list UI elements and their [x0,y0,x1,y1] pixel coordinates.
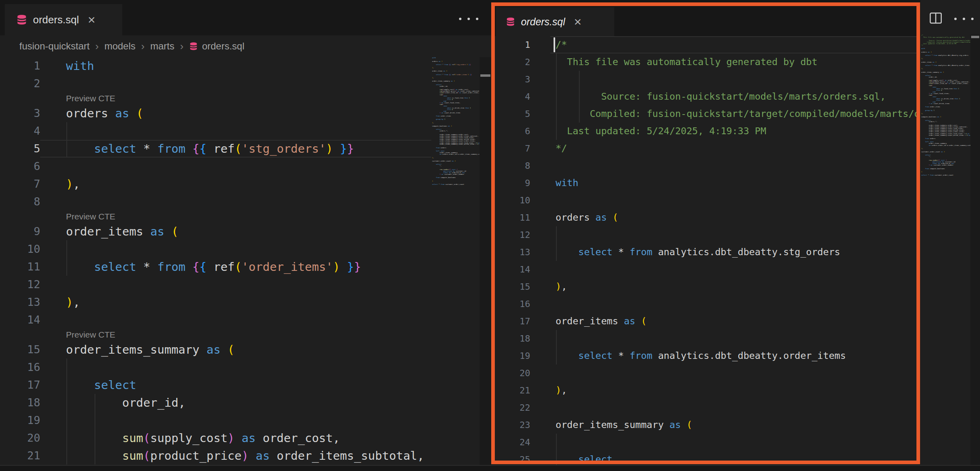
indent-guide [556,330,557,347]
breadcrumb-item-marts[interactable]: marts [150,41,174,52]
code-line[interactable]: select * from {{ ref('order_items') }} [66,258,361,276]
left-overview-ruler[interactable] [480,57,491,465]
line-number: 3 [495,71,530,88]
codelens-preview-cte[interactable]: Preview CTE [66,211,115,223]
line-number: 17 [0,376,40,394]
line-number: 10 [0,240,40,258]
line-number: 12 [0,276,40,293]
code-line[interactable]: select [66,376,136,394]
code-line[interactable]: select * from {{ ref('stg_orders') }} [66,140,354,158]
line-number: 22 [495,399,530,416]
line-number: 21 [0,447,40,465]
line-number: 12 [495,226,530,244]
code-line[interactable]: order_items_summary as ( [556,416,692,434]
line-number: 9 [0,223,40,240]
line-number: 4 [0,122,40,140]
overview-cursor-marker [971,36,979,38]
code-line[interactable]: ), [66,175,80,193]
code-line[interactable]: with [556,174,579,192]
breadcrumb-item-file[interactable]: orders.sql [202,41,244,52]
code-line[interactable]: orders as ( [66,104,143,122]
line-number: 1 [0,57,40,75]
line-number: 16 [495,295,530,313]
line-number: 18 [495,330,530,347]
code-line[interactable]: select [556,451,612,465]
code-line[interactable]: Last updated: 5/24/2025, 4:19:33 PM [556,123,766,140]
line-number: 19 [495,347,530,365]
left-minimap[interactable]: withorders as ( select * from {{ ref('st… [432,57,480,465]
line-number: 8 [495,157,530,174]
line-number: 18 [0,394,40,412]
code-line[interactable]: Compiled: fusion-quickstart/target/compi… [556,105,919,123]
code-line[interactable]: ), [556,382,567,399]
line-number: 13 [495,244,530,261]
line-number: 10 [495,192,530,209]
line-number: 13 [0,293,40,311]
code-line[interactable]: Source: fusion-quickstart/models/marts/o… [556,88,886,105]
tab-orders-sql-left[interactable]: orders.sql × [5,4,122,35]
line-number: 6 [495,123,530,140]
code-line[interactable]: with [66,57,94,75]
breadcrumb-item-models[interactable]: models [104,41,135,52]
line-number: 20 [0,429,40,447]
code-line[interactable]: order_items as ( [556,313,646,330]
close-icon[interactable]: × [88,13,95,26]
current-line-highlight [550,36,919,53]
right-minimap[interactable]: /* This file was automatically generated… [921,35,970,465]
tab-orders-sql-right[interactable]: orders.sql × [496,7,614,36]
code-line[interactable]: orders as ( [556,209,618,226]
code-line[interactable]: /* [556,36,567,53]
indent-guide [66,358,67,376]
bottom-strip [0,465,980,471]
database-icon [16,14,27,25]
line-number: 25 [495,451,530,465]
code-line[interactable]: select * from analytics.dbt_dbeatty.stg_… [556,244,840,261]
code-line[interactable]: select * from analytics.dbt_dbeatty.orde… [556,347,846,365]
line-number: 2 [495,53,530,71]
line-number: 5 [0,140,40,158]
code-line[interactable]: order_id, [66,394,185,412]
breadcrumb-item-project[interactable]: fusion-quickstart [19,41,90,52]
code-line[interactable]: */ [556,140,567,157]
code-line[interactable]: order_items_summary as ( [66,341,235,358]
text-cursor [554,37,555,52]
code-line[interactable]: sum(supply_cost) as order_cost, [66,429,340,447]
line-number: 3 [0,104,40,122]
split-editor-icon[interactable] [929,12,942,26]
line-number: 15 [0,341,40,358]
line-number: 19 [0,412,40,429]
line-number: 7 [495,140,530,157]
indent-guide [556,434,557,451]
indent-guide [579,71,580,88]
minimap-content: withorders as ( select * from {{ ref('st… [432,57,446,185]
breadcrumb: fusion-quickstart › models › marts › ord… [19,35,245,57]
chevron-right-icon: › [141,40,145,53]
left-editor[interactable]: 1with23orders as (45 select * from {{ re… [0,57,431,465]
tab-label: orders.sql [521,16,565,28]
code-line[interactable]: This file was automatically generated by… [556,53,817,71]
chevron-right-icon: › [180,40,183,53]
line-number: 7 [0,175,40,193]
line-number: 24 [495,434,530,451]
right-editor[interactable]: 1/*2 This file was automatically generat… [495,36,919,465]
line-number: 4 [495,88,530,105]
line-number: 9 [495,174,530,192]
line-number: 21 [495,382,530,399]
more-actions-icon[interactable] [459,18,478,20]
code-line[interactable]: ), [556,278,567,295]
more-actions-icon[interactable] [954,18,974,20]
close-icon[interactable]: × [574,15,582,28]
line-number: 23 [495,416,530,434]
indent-guide [66,122,67,140]
code-line[interactable]: sum(product_price) as order_items_subtot… [66,447,424,465]
database-icon [189,42,198,51]
right-overview-ruler[interactable] [970,35,980,465]
indent-guide [95,412,95,429]
indent-guide [66,412,67,429]
line-number: 11 [495,209,530,226]
code-line[interactable]: ), [66,293,80,311]
line-number: 2 [0,75,40,92]
codelens-preview-cte[interactable]: Preview CTE [66,329,115,341]
codelens-preview-cte[interactable]: Preview CTE [66,92,115,104]
code-line[interactable]: order_items as ( [66,223,178,240]
